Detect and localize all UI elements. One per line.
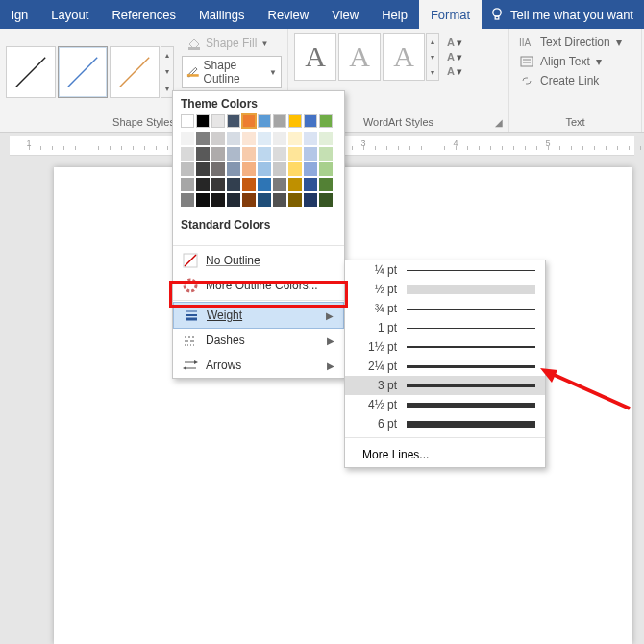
theme-shade-swatch[interactable] [273,132,286,145]
theme-shade-swatch[interactable] [288,147,302,161]
no-outline-item[interactable]: No Outline [173,248,344,273]
theme-shade-swatch[interactable] [304,132,317,145]
weight-option[interactable]: ¼ pt [345,260,545,280]
theme-shade-swatch[interactable] [288,132,302,145]
more-colors-item[interactable]: More Outline Colors... [173,273,344,298]
wordart-style-1[interactable]: A [294,33,336,81]
theme-shade-swatch[interactable] [181,147,194,161]
theme-shade-swatch[interactable] [211,178,225,191]
arrows-item[interactable]: Arrows ▶ [173,353,344,378]
theme-shade-swatch[interactable] [196,132,210,145]
theme-shade-swatch[interactable] [196,178,210,191]
theme-shade-swatch[interactable] [319,147,333,161]
shape-style-gallery[interactable]: ▴▾▾ [6,46,174,98]
theme-shade-swatch[interactable] [258,147,271,161]
theme-shade-swatch[interactable] [242,178,256,191]
dashes-item[interactable]: Dashes ▶ [173,328,344,353]
theme-shade-swatch[interactable] [288,193,302,207]
tab-design[interactable]: ign [0,0,39,29]
theme-shade-swatch[interactable] [258,162,271,176]
theme-shade-swatch[interactable] [273,178,286,191]
weight-option[interactable]: 1½ pt [345,337,545,357]
theme-shade-swatch[interactable] [273,193,286,207]
theme-shade-swatch[interactable] [211,193,225,207]
theme-shade-swatch[interactable] [304,162,317,176]
weight-option[interactable]: ¾ pt [345,299,545,318]
wordart-more[interactable]: ▴▾▾ [426,33,439,81]
tab-help[interactable]: Help [370,0,419,29]
tab-review[interactable]: Review [257,0,321,29]
theme-shade-swatch[interactable] [273,147,286,161]
text-outline-button[interactable]: A▾ [447,51,462,63]
weight-option[interactable]: 1 pt [345,318,545,337]
theme-color-swatch[interactable] [211,114,225,128]
theme-color-swatch[interactable] [304,114,317,128]
weight-option[interactable]: 3 pt [345,376,545,395]
theme-shade-swatch[interactable] [319,132,333,145]
theme-shade-swatch[interactable] [227,147,240,161]
shape-outline-button[interactable]: Shape Outline ▼ [182,56,282,88]
theme-shade-swatch[interactable] [242,147,256,161]
tab-references[interactable]: References [100,0,186,29]
theme-shade-swatch[interactable] [196,193,210,207]
weight-item[interactable]: Weight ▶ [173,302,344,329]
tab-mailings[interactable]: Mailings [187,0,257,29]
theme-shade-swatch[interactable] [319,193,333,207]
theme-color-swatch[interactable] [242,114,256,128]
theme-shade-swatch[interactable] [273,162,286,176]
theme-shade-swatch[interactable] [227,193,240,207]
text-effects-button[interactable]: A▾ [447,65,462,78]
align-text-button[interactable]: Align Text▾ [515,52,635,71]
wordart-launcher[interactable]: ◢ [493,116,505,128]
theme-shade-swatch[interactable] [227,132,240,145]
more-lines-item[interactable]: More Lines... [345,442,545,467]
theme-color-swatch[interactable] [196,114,210,128]
theme-shade-swatch[interactable] [258,132,271,145]
weight-option[interactable]: 4½ pt [345,395,545,414]
shape-style-1[interactable] [6,46,56,98]
theme-shade-swatch[interactable] [319,178,333,191]
theme-color-swatch[interactable] [258,114,271,128]
theme-shade-swatch[interactable] [319,162,333,176]
wordart-style-3[interactable]: A [383,33,425,81]
tell-me-search[interactable]: Tell me what you want [489,0,633,29]
tab-format[interactable]: Format [419,0,482,29]
weight-option[interactable]: 2¼ pt [345,357,545,376]
theme-shade-swatch[interactable] [242,162,256,176]
theme-shade-swatch[interactable] [211,147,225,161]
wordart-gallery[interactable]: A A A ▴▾▾ [294,33,439,81]
theme-shade-swatch[interactable] [242,193,256,207]
theme-color-swatch[interactable] [319,114,333,128]
theme-color-swatch[interactable] [288,114,302,128]
theme-shade-swatch[interactable] [196,162,210,176]
shape-style-3[interactable] [110,46,160,98]
tab-layout[interactable]: Layout [39,0,100,29]
theme-shade-swatch[interactable] [211,162,225,176]
theme-shade-swatch[interactable] [258,193,271,207]
weight-option[interactable]: ½ pt [345,280,545,299]
theme-shade-swatch[interactable] [227,162,240,176]
theme-shade-swatch[interactable] [227,178,240,191]
theme-shade-swatch[interactable] [181,178,194,191]
theme-shade-swatch[interactable] [258,178,271,191]
theme-shade-swatch[interactable] [211,132,225,145]
theme-shade-swatch[interactable] [304,193,317,207]
theme-shade-swatch[interactable] [304,147,317,161]
theme-shade-swatch[interactable] [196,147,210,161]
shape-fill-button[interactable]: Shape Fill ▼ [182,33,282,54]
create-link-button[interactable]: Create Link [515,71,635,90]
theme-color-swatch[interactable] [227,114,240,128]
tab-view[interactable]: View [320,0,370,29]
text-direction-button[interactable]: IIA Text Direction▾ [515,33,635,52]
theme-shade-swatch[interactable] [181,193,194,207]
shape-style-2[interactable] [58,46,108,98]
theme-shade-swatch[interactable] [288,178,302,191]
theme-shade-swatch[interactable] [304,178,317,191]
text-fill-button[interactable]: A▾ [447,37,462,49]
theme-shade-swatch[interactable] [181,162,194,176]
weight-option[interactable]: 6 pt [345,414,545,433]
theme-shade-swatch[interactable] [181,132,194,145]
theme-color-swatch[interactable] [181,114,194,128]
theme-shade-swatch[interactable] [242,132,256,145]
wordart-style-2[interactable]: A [338,33,381,81]
